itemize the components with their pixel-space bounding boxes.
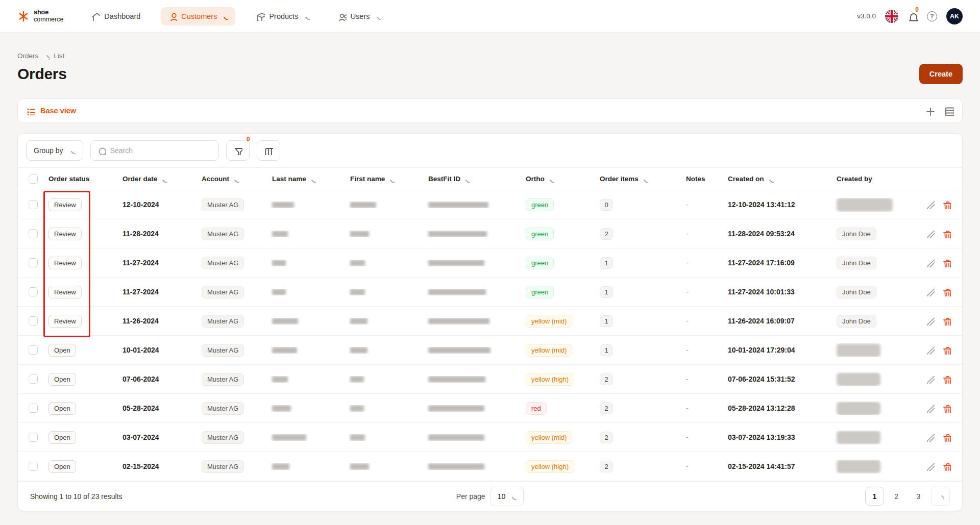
delete-icon[interactable] <box>942 374 951 384</box>
table-row[interactable]: Review 11-27-2024 Muster AG green 1 - 11… <box>18 248 962 278</box>
filter-button[interactable]: 0 <box>226 140 250 161</box>
account-badge: Muster AG <box>202 431 244 444</box>
redacted-last-name <box>272 202 294 208</box>
column-header-last-name[interactable]: Last name <box>270 175 348 183</box>
nav-item-users[interactable]: Users <box>330 7 388 26</box>
column-header-bestfit-id[interactable]: BestFit ID <box>426 175 524 183</box>
breadcrumb: Orders List <box>17 52 963 60</box>
row-checkbox[interactable] <box>29 258 38 267</box>
row-checkbox[interactable] <box>29 287 38 296</box>
base-view-selector[interactable]: Base view <box>26 106 76 115</box>
page-button-3[interactable]: 3 <box>909 487 928 506</box>
column-header-order-items[interactable]: Order items <box>598 175 684 183</box>
delete-icon[interactable] <box>942 316 951 326</box>
table-row[interactable]: Review 11-26-2024 Muster AG yellow (mid)… <box>18 307 962 336</box>
user-avatar[interactable]: AK <box>946 8 963 24</box>
column-header-order-status[interactable]: Order status <box>46 175 120 183</box>
select-all-checkbox[interactable] <box>29 174 38 184</box>
search-input[interactable] <box>110 146 212 155</box>
table-row[interactable]: Open 05-28-2024 Muster AG red 2 - 05-28-… <box>18 394 962 423</box>
row-checkbox[interactable] <box>29 374 38 384</box>
edit-icon[interactable] <box>925 433 935 442</box>
table-row[interactable]: Open 02-15-2024 Muster AG yellow (high) … <box>18 452 962 481</box>
order-date-value: 11-27-2024 <box>120 259 200 267</box>
edit-icon[interactable] <box>925 258 935 267</box>
edit-icon[interactable] <box>925 316 935 326</box>
delete-icon[interactable] <box>942 200 951 209</box>
next-page-button[interactable] <box>931 487 950 506</box>
delete-icon[interactable] <box>942 404 951 413</box>
table-row[interactable]: Review 11-28-2024 Muster AG green 2 - 11… <box>18 219 962 248</box>
edit-icon[interactable] <box>925 287 935 296</box>
top-navbar: shoe commerce Dashboard Customers Produc… <box>0 0 980 33</box>
table-row[interactable]: Review 11-27-2024 Muster AG green 1 - 11… <box>18 278 962 307</box>
notes-value: - <box>684 404 726 412</box>
breadcrumb-list[interactable]: List <box>54 52 64 60</box>
nav-item-products[interactable]: Products <box>249 7 316 26</box>
group-by-dropdown[interactable]: Group by <box>26 140 83 161</box>
row-checkbox[interactable] <box>29 462 38 471</box>
column-header-notes[interactable]: Notes <box>684 175 726 183</box>
column-header-account[interactable]: Account <box>200 175 270 183</box>
edit-icon[interactable] <box>925 345 935 355</box>
row-checkbox[interactable] <box>29 433 38 442</box>
table-row[interactable]: Open 10-01-2024 Muster AG yellow (mid) 1… <box>18 336 962 365</box>
edit-icon[interactable] <box>925 374 935 384</box>
edit-icon[interactable] <box>925 462 935 471</box>
delete-icon[interactable] <box>942 433 951 442</box>
add-view-icon[interactable] <box>924 106 935 116</box>
page-button-1[interactable]: 1 <box>865 487 884 506</box>
edit-icon[interactable] <box>925 229 935 238</box>
column-header-created-by[interactable]: Created by <box>835 175 916 183</box>
redacted-first-name <box>350 376 364 383</box>
nav-users-label: Users <box>351 12 370 20</box>
create-button[interactable]: Create <box>919 64 963 84</box>
delete-icon[interactable] <box>942 462 951 471</box>
row-checkbox[interactable] <box>29 229 38 238</box>
created-on-value: 03-07-2024 13:19:33 <box>726 433 835 441</box>
view-layout-icon[interactable] <box>944 106 954 116</box>
redacted-bestfit-id <box>428 405 484 412</box>
help-icon[interactable]: ? <box>927 11 937 21</box>
column-header-created-on[interactable]: Created on <box>726 175 835 183</box>
nav-item-dashboard[interactable]: Dashboard <box>84 7 148 26</box>
redacted-last-name <box>272 289 286 295</box>
ortho-badge: green <box>526 198 554 211</box>
edit-icon[interactable] <box>925 200 935 209</box>
breadcrumb-orders[interactable]: Orders <box>17 52 38 60</box>
created-by-badge: John Doe <box>837 286 876 298</box>
nav-item-customers[interactable]: Customers <box>161 7 235 26</box>
delete-icon[interactable] <box>942 287 951 296</box>
row-checkbox[interactable] <box>29 404 38 413</box>
columns-button[interactable] <box>257 140 280 161</box>
row-checkbox[interactable] <box>29 200 38 209</box>
redacted-last-name <box>272 376 288 383</box>
per-page-select[interactable]: 10 <box>491 487 524 506</box>
order-date-value: 11-28-2024 <box>120 230 200 238</box>
language-flag-icon[interactable] <box>885 10 898 23</box>
search-icon <box>97 146 106 155</box>
chevron-down-icon <box>509 493 517 500</box>
column-header-ortho[interactable]: Ortho <box>524 175 598 183</box>
per-page-value: 10 <box>498 492 506 501</box>
column-header-order-date[interactable]: Order date <box>120 175 200 183</box>
column-header-first-name[interactable]: First name <box>348 175 426 183</box>
row-checkbox[interactable] <box>29 345 38 355</box>
edit-icon[interactable] <box>925 404 935 413</box>
app-logo[interactable]: shoe commerce <box>17 9 63 22</box>
notes-value: - <box>684 462 726 470</box>
row-checkbox[interactable] <box>29 316 38 326</box>
table-row[interactable]: Review 12-10-2024 Muster AG green 0 - 12… <box>18 190 962 219</box>
table-row[interactable]: Open 07-06-2024 Muster AG yellow (high) … <box>18 365 962 394</box>
search-box[interactable] <box>90 140 219 161</box>
table-row[interactable]: Open 03-07-2024 Muster AG yellow (mid) 2… <box>18 423 962 452</box>
page-button-2[interactable]: 2 <box>887 487 906 506</box>
notifications-bell-icon[interactable]: 0 <box>908 11 918 21</box>
created-on-value: 05-28-2024 13:12:28 <box>726 404 835 412</box>
delete-icon[interactable] <box>942 345 951 355</box>
delete-icon[interactable] <box>942 258 951 267</box>
notes-value: - <box>684 433 726 441</box>
delete-icon[interactable] <box>942 229 951 238</box>
order-items-count-badge: 1 <box>600 286 613 298</box>
chevron-right-icon <box>42 53 50 60</box>
